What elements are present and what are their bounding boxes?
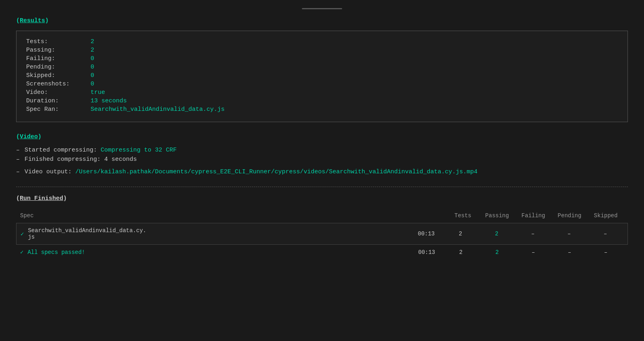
row-passing-2: 2 [479, 249, 515, 256]
results-value-spec-ran: Searchwith_validAndinvalid_data.cy.js [91, 106, 225, 113]
video-output-label-text: Video output: /Users/kailash.pathak/Docu… [25, 168, 477, 175]
results-label-pending: Pending: [26, 64, 91, 71]
row-skipped-2: – [588, 249, 624, 256]
results-value-tests: 2 [91, 38, 94, 45]
row-time-2: 00:13 [411, 249, 443, 256]
row-spec-name-all-passed: All specs passed! [27, 249, 411, 256]
row-time: 00:13 [410, 231, 442, 237]
table-row-all-passed: ✓ All specs passed! 00:13 2 2 – – – [16, 246, 628, 258]
results-label-failing: Failing: [26, 55, 91, 62]
results-label-spec-ran: Spec Ran: [26, 106, 91, 113]
results-header: (Results) [16, 17, 628, 24]
video-section: (Video) – Started compressing: Compressi… [16, 133, 628, 175]
row-tests-2: 2 [443, 249, 479, 256]
video-output-path: /Users/kailash.pathak/Documents/cypress_… [75, 168, 477, 175]
dash-icon-3: – [16, 168, 20, 175]
compress-finished-line: – Finished compressing: 4 seconds [16, 156, 628, 163]
results-header-text: Results [20, 17, 45, 24]
col-header-passing: Passing [479, 212, 515, 219]
results-value-passing: 2 [91, 47, 94, 54]
compress-started-label-text: Started compressing: [25, 147, 97, 154]
compress-started-label: Started compressing: Compressing to 32 C… [25, 147, 177, 154]
run-finished-header: (Run Finished) [16, 195, 628, 202]
separator-line [16, 187, 628, 187]
spec-line-1: Searchwith_validAndinvalid_data.cy. [28, 227, 410, 234]
top-bar-line [302, 8, 342, 9]
table-header-row: Spec Tests Passing Failing Pending Skipp… [16, 210, 628, 221]
col-header-failing: Failing [515, 212, 551, 219]
row-check-icon-2: ✓ [20, 249, 23, 256]
results-row-passing: Passing: 2 [26, 47, 618, 54]
results-value-pending: 0 [91, 64, 94, 71]
results-row-screenshots: Screenshots: 0 [26, 81, 618, 87]
col-header-pending: Pending [551, 212, 588, 219]
row-pending-2: – [551, 249, 588, 256]
results-label-passing: Passing: [26, 47, 91, 54]
row-skipped: – [587, 231, 623, 237]
results-label-tests: Tests: [26, 38, 91, 45]
row-check-icon: ✓ [21, 231, 24, 237]
video-header-text: Video [20, 133, 38, 140]
row-spec-name: Searchwith_validAndinvalid_data.cy. js [28, 227, 410, 240]
results-label-duration: Duration: [26, 98, 91, 104]
spec-all-passed-label: All specs passed! [27, 249, 411, 256]
run-finished-header-text: Run Finished [20, 195, 63, 202]
col-header-spec: Spec [20, 212, 447, 219]
row-pending: – [551, 231, 587, 237]
results-row-failing: Failing: 0 [26, 55, 618, 62]
results-value-skipped: 0 [91, 72, 94, 79]
spec-line-2: js [28, 234, 410, 240]
results-row-video: Video: true [26, 89, 618, 96]
results-label-skipped: Skipped: [26, 72, 91, 79]
col-header-skipped: Skipped [588, 212, 624, 219]
video-output-line: – Video output: /Users/kailash.pathak/Do… [16, 168, 628, 175]
results-box: Tests: 2 Passing: 2 Failing: 0 Pending: … [16, 31, 628, 122]
compress-finished-value: 4 seconds [104, 156, 137, 163]
row-passing: 2 [479, 231, 515, 237]
results-value-failing: 0 [91, 55, 94, 62]
row-failing-2: – [515, 249, 551, 256]
results-value-video: true [91, 89, 105, 96]
dash-icon-2: – [16, 156, 20, 163]
results-row-tests: Tests: 2 [26, 38, 618, 45]
compress-finished-label-text: Finished compressing: [25, 156, 101, 163]
dash-icon-1: – [16, 147, 20, 154]
row-tests: 2 [442, 231, 479, 237]
video-output-label: Video output: [25, 168, 72, 175]
row-failing: – [515, 231, 551, 237]
results-value-duration: 13 seconds [91, 98, 127, 104]
results-label-screenshots: Screenshots: [26, 81, 91, 87]
results-row-spec-ran: Spec Ran: Searchwith_validAndinvalid_dat… [26, 106, 618, 113]
col-header-tests: Tests [447, 212, 479, 219]
compress-started-line: – Started compressing: Compressing to 32… [16, 147, 628, 154]
results-row-duration: Duration: 13 seconds [26, 98, 618, 104]
results-table: Spec Tests Passing Failing Pending Skipp… [16, 210, 628, 258]
results-label-video: Video: [26, 89, 91, 96]
results-row-skipped: Skipped: 0 [26, 72, 618, 79]
results-row-pending: Pending: 0 [26, 64, 618, 71]
video-header: (Video) [16, 133, 628, 140]
top-bar [16, 8, 628, 9]
table-row: ✓ Searchwith_validAndinvalid_data.cy. js… [16, 223, 628, 245]
compress-started-value: Compressing to 32 CRF [101, 147, 177, 154]
run-finished-section: (Run Finished) Spec Tests Passing Failin… [16, 195, 628, 258]
results-value-screenshots: 0 [91, 81, 94, 87]
compress-finished-label: Finished compressing: 4 seconds [25, 156, 137, 163]
